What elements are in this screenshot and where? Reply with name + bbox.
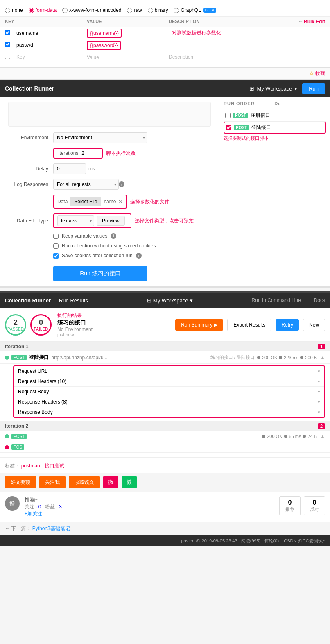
result-method: POST [11, 355, 27, 360]
workspace-selector[interactable]: ⊞ My Workspace ▾ [249, 85, 297, 92]
delay-input[interactable] [53, 163, 86, 174]
author-section: 撸 撸猫~ 关注 · 0 粉丝 · 3 +加关注 0 推荐 0 反对 [0, 492, 330, 522]
data-file-box: Data Select File name ✕ [53, 195, 127, 209]
author-stats: 关注 · 0 粉丝 · 3 [25, 503, 62, 510]
log-select[interactable]: For all requests [53, 179, 119, 190]
dropdown-expand-icon: ▾ [318, 410, 320, 415]
env-select-wrapper[interactable]: No Environment [53, 132, 147, 143]
radio-graphql[interactable]: GraphQL BETA [174, 7, 216, 13]
run-main-button[interactable]: Run 练习的接口 [53, 266, 147, 281]
next-article-link[interactable]: Python3基础笔记 [32, 526, 70, 531]
retry-button[interactable]: Retry [276, 319, 299, 331]
save-cookies-label: Save cookies after collection run [62, 253, 133, 259]
param-annotation: 对测试数据进行参数化 [169, 30, 221, 36]
bulk-edit-btn[interactable]: Bulk Edit [304, 19, 325, 25]
upvote-label: 推荐 [285, 506, 294, 512]
dropdown-item[interactable]: Response Headers (8) ▾ [14, 397, 324, 407]
tag-apitesting[interactable]: 接口测试 [45, 463, 64, 469]
row-checkbox[interactable] [5, 42, 10, 47]
grid-icon: ⊞ [249, 85, 254, 92]
iteration-badge-2: 2 [318, 423, 325, 429]
run-summary-button[interactable]: Run Summary ▶ [175, 319, 223, 331]
env-label: Environment [8, 135, 53, 141]
select-file-button[interactable]: Select File [70, 197, 101, 206]
status-size: 200 B [305, 355, 317, 360]
run-order-check[interactable] [225, 113, 231, 118]
iterations-input[interactable] [81, 150, 98, 156]
run-button[interactable]: Run [302, 83, 325, 94]
env-select[interactable]: No Environment [53, 132, 147, 143]
save-cookies-check[interactable] [53, 253, 59, 259]
follow-count[interactable]: 0 [38, 504, 41, 510]
keep-variable-check[interactable] [53, 234, 59, 239]
results-body: Iteration 1 1 POST 登陆接口 http://api.nnzhp… [0, 342, 330, 457]
status-green-dot [5, 356, 9, 360]
run-order-item-selected[interactable]: POST 登陆接口 [224, 122, 326, 134]
dropdown-item[interactable]: Request URL ▾ [14, 366, 324, 376]
save-article-btn[interactable]: 收藏该文 [69, 476, 100, 488]
run-order-name: 注册借口 [251, 112, 270, 119]
cmd-line-btn[interactable]: Run In Command Line [252, 297, 301, 303]
iteration-label-2: Iteration 2 [5, 423, 28, 429]
add-follow-btn[interactable]: +加关注 [25, 510, 62, 517]
preview-button[interactable]: Preview [97, 216, 125, 226]
radio-raw[interactable]: raw [127, 7, 142, 13]
author-details: 撸猫~ 关注 · 0 粉丝 · 3 +加关注 [25, 496, 62, 517]
footer-brand: CSDN @CC爱测试~ [284, 538, 325, 543]
result-method-2: POST [11, 434, 27, 439]
fav-icon: ☆ [309, 70, 314, 76]
author-name: 撸猫~ [25, 496, 62, 503]
dropdown-item[interactable]: Request Headers (10) ▾ [14, 376, 324, 387]
result-url: http://api.nnzhp.cn/api/u... [51, 355, 210, 361]
results-workspace: ⊞ My Workspace ▾ [147, 297, 193, 304]
keep-variable-row: Keep variable values i [53, 233, 211, 239]
workspace-arrow: ▾ [294, 86, 297, 92]
data-file-type-label: Data File Type [8, 218, 53, 224]
dropdown-item[interactable]: Response Body ▾ [14, 407, 324, 417]
status-size-2: 74 B [307, 434, 317, 439]
downvote-label: 反对 [310, 506, 319, 512]
downvote-btn[interactable]: 0 反对 [304, 496, 325, 515]
result-row-2: POST 200 OK 65 ms 74 B ▲ [0, 431, 330, 442]
no-cookies-check[interactable] [53, 243, 59, 249]
good-article-btn[interactable]: 好文要顶 [5, 476, 36, 488]
weibo-share-btn[interactable]: 微 [103, 476, 118, 488]
wechat-share-btn[interactable]: 微 [122, 476, 137, 488]
file-type-select[interactable]: text/csv [57, 215, 94, 226]
close-file-icon[interactable]: ✕ [118, 199, 123, 205]
row-checkbox[interactable] [5, 30, 10, 35]
run-results-tab[interactable]: Run Results [59, 297, 88, 304]
preview-area [8, 102, 211, 127]
row-checkbox[interactable] [5, 54, 10, 59]
docs-btn[interactable]: Docs [314, 297, 325, 303]
run-time: just now [57, 332, 93, 337]
results-cr-title: Collection Runner [5, 297, 51, 304]
tag-postman[interactable]: postman [21, 463, 40, 469]
value-cell[interactable]: {{username}} [87, 29, 122, 38]
run-order-check-selected[interactable] [226, 125, 231, 130]
radio-urlencoded[interactable]: x-www-form-urlencoded [62, 7, 121, 13]
fans-count[interactable]: 3 [59, 504, 62, 510]
expand-arrow-2[interactable]: ▲ [320, 433, 325, 439]
file-type-select-wrapper[interactable]: text/csv [57, 215, 94, 226]
radio-formdata[interactable]: form-data [29, 7, 57, 13]
radio-none[interactable]: none [5, 7, 23, 13]
new-button[interactable]: New [303, 319, 325, 331]
dropdown-label: Request URL [18, 368, 47, 374]
expand-arrow[interactable]: ▲ [320, 355, 325, 361]
export-results-button[interactable]: Export Results [227, 319, 271, 331]
data-annotation: 选择参数化的文件 [130, 198, 170, 205]
radio-binary[interactable]: binary [148, 7, 168, 13]
failed-count: 0 [39, 318, 43, 327]
upvote-btn[interactable]: 0 推荐 [279, 496, 301, 515]
dropdown-item[interactable]: Request Body ▾ [14, 387, 324, 397]
tags-label: 标签： [5, 463, 20, 469]
follow-btn[interactable]: 关注我 [39, 476, 66, 488]
no-cookies-row: Run collection without using stored cook… [53, 243, 211, 249]
log-select-wrapper[interactable]: For all requests [53, 179, 119, 190]
key-cell: passwd [16, 42, 87, 48]
value-cell[interactable]: {{password}} [87, 41, 121, 50]
method-badge-selected: POST [234, 125, 249, 130]
next-label: ← 下一篇： [5, 526, 31, 531]
table-header: KEY VALUE DESCRIPTION ··· Bulk Edit [0, 17, 330, 27]
